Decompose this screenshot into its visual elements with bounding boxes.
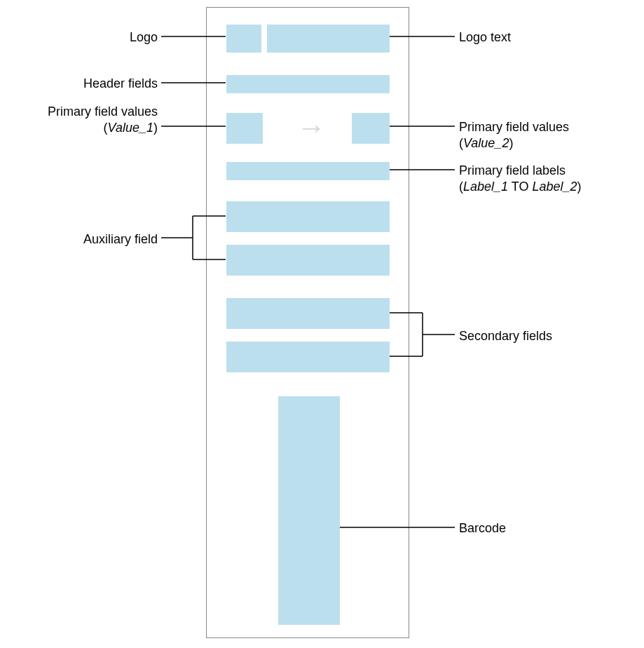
- arrow-right-icon: →: [296, 113, 326, 142]
- label-line2-close: ): [509, 136, 513, 150]
- barcode-label: Barcode: [459, 520, 506, 536]
- auxiliary-field-2-block: [226, 245, 390, 276]
- label-line2-close: ): [577, 180, 582, 194]
- primary-value1-label: Primary field values (Value_1): [14, 104, 158, 137]
- label-text: Secondary fields: [459, 329, 552, 343]
- auxiliary-field-label: Auxiliary field: [60, 231, 158, 248]
- logo-label: Logo: [105, 29, 158, 46]
- secondary-field-2-block: [226, 342, 390, 372]
- primary-value2-label: Primary field values (Value_2): [459, 119, 569, 152]
- label-text: Logo: [130, 30, 158, 44]
- label-line2-l1: Label_1: [463, 180, 508, 194]
- logo-text-block: [267, 25, 390, 53]
- primary-labels-block: [226, 162, 390, 180]
- label-line2-to: TO: [508, 180, 532, 194]
- logo-text-label: Logo text: [459, 29, 511, 46]
- label-line2-val: Value_1: [108, 121, 153, 135]
- pass-container: →: [206, 7, 409, 638]
- label-line1: Primary field labels: [459, 163, 566, 177]
- header-fields-label: Header fields: [70, 76, 158, 92]
- logo-block: [226, 25, 261, 53]
- label-line2-close: ): [153, 121, 158, 135]
- secondary-fields-label: Secondary fields: [459, 328, 552, 344]
- header-fields-block: [226, 75, 390, 93]
- primary-labels-label: Primary field labels (Label_1 TO Label_2…: [459, 163, 582, 196]
- label-text: Barcode: [459, 521, 506, 535]
- label-line2-l2: Label_2: [532, 180, 577, 194]
- label-line1: Primary field values: [459, 120, 569, 134]
- secondary-field-1-block: [226, 298, 390, 329]
- label-text: Header fields: [83, 76, 158, 90]
- label-text: Auxiliary field: [83, 232, 158, 246]
- label-line1: Primary field values: [48, 104, 158, 119]
- primary-value2-block: [352, 113, 390, 144]
- auxiliary-field-1-block: [226, 201, 390, 232]
- barcode-block: [278, 396, 340, 625]
- primary-value1-block: [226, 113, 263, 144]
- label-text: Logo text: [459, 30, 511, 44]
- label-line2-val: Value_2: [463, 136, 509, 150]
